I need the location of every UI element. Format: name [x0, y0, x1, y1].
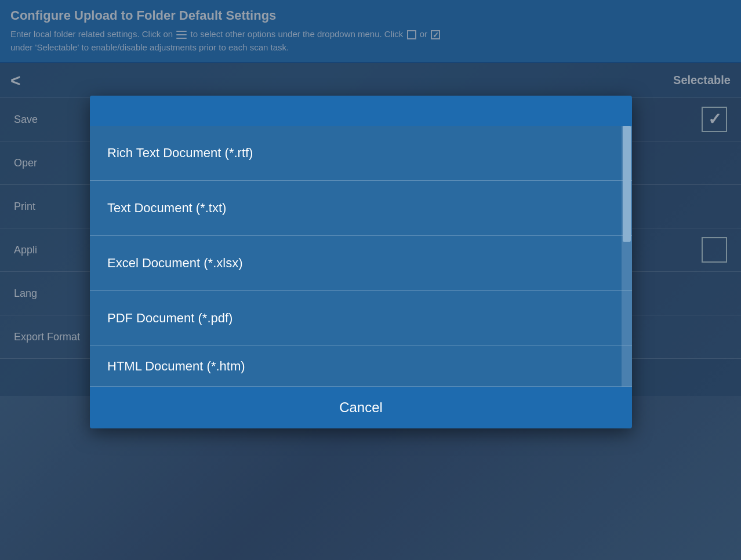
list-item-xlsx-label: Excel Document (*.xlsx) — [107, 256, 243, 271]
list-item-rtf-label: Rich Text Document (*.rtf) — [107, 146, 253, 161]
dropdown-dialog: Rich Text Document (*.rtf) Text Document… — [90, 96, 632, 428]
list-item-txt-label: Text Document (*.txt) — [107, 201, 226, 216]
dialog-header — [90, 96, 632, 126]
dialog-list: Rich Text Document (*.rtf) Text Document… — [90, 126, 632, 387]
cancel-button[interactable]: Cancel — [90, 387, 632, 428]
list-item-txt[interactable]: Text Document (*.txt) — [90, 181, 632, 236]
dialog-scrollbar[interactable] — [622, 126, 632, 387]
list-item-pdf-label: PDF Document (*.pdf) — [107, 311, 233, 326]
list-item-htm[interactable]: HTML Document (*.htm) — [90, 346, 632, 387]
dialog-scrollbar-thumb — [623, 126, 631, 242]
cancel-label: Cancel — [339, 399, 383, 416]
list-item-pdf[interactable]: PDF Document (*.pdf) — [90, 291, 632, 346]
list-item-rtf[interactable]: Rich Text Document (*.rtf) — [90, 126, 632, 181]
list-item-htm-label: HTML Document (*.htm) — [107, 359, 245, 374]
list-item-xlsx[interactable]: Excel Document (*.xlsx) — [90, 236, 632, 291]
